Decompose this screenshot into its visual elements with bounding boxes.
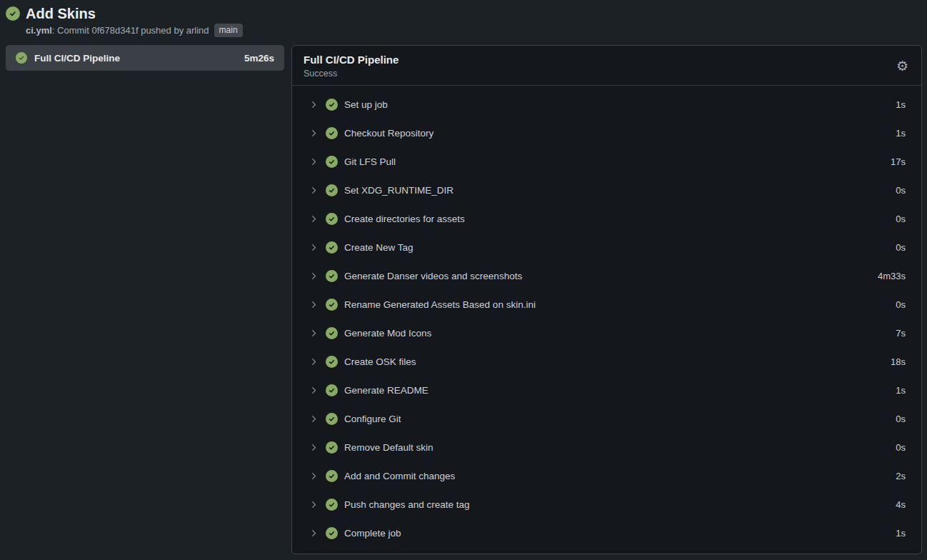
- chevron-right-icon[interactable]: [309, 157, 319, 166]
- step-row[interactable]: Rename Generated Assets Based on skin.in…: [292, 290, 921, 319]
- step-name: Set XDG_RUNTIME_DIR: [344, 185, 454, 196]
- run-header: Add Skins ci.yml: Commit 0f678d341f push…: [0, 0, 927, 37]
- step-success-icon: [326, 156, 338, 168]
- job-panel: Full CI/CD Pipeline Success ⚙ Set up job…: [291, 45, 922, 554]
- step-success-icon: [326, 213, 338, 225]
- step-name: Remove Default skin: [344, 442, 434, 453]
- panel-job-title: Full CI/CD Pipeline: [304, 54, 910, 66]
- step-name: Complete job: [344, 528, 401, 539]
- step-row[interactable]: Configure Git 0s: [292, 404, 921, 433]
- step-success-icon: [326, 441, 338, 454]
- chevron-right-icon[interactable]: [309, 414, 319, 424]
- step-row[interactable]: Set XDG_RUNTIME_DIR 0s: [292, 176, 921, 204]
- step-row[interactable]: Generate Danser videos and screenshots 4…: [292, 261, 921, 290]
- job-name: Full CI/CD Pipeline: [34, 53, 120, 64]
- run-title: Add Skins: [26, 6, 243, 21]
- step-duration: 0s: [896, 299, 906, 310]
- branch-badge[interactable]: main: [214, 24, 243, 37]
- chevron-right-icon[interactable]: [309, 443, 319, 452]
- commit-message: : Commit 0f678d341f pushed by arlind: [52, 25, 209, 36]
- chevron-right-icon[interactable]: [309, 100, 319, 109]
- step-duration: 18s: [891, 356, 906, 367]
- step-duration: 1s: [896, 528, 906, 539]
- chevron-right-icon[interactable]: [309, 271, 319, 281]
- step-row[interactable]: Generate README 1s: [292, 376, 921, 404]
- chevron-right-icon[interactable]: [309, 529, 319, 538]
- chevron-right-icon[interactable]: [309, 186, 319, 195]
- step-duration: 0s: [896, 242, 906, 253]
- chevron-right-icon[interactable]: [309, 243, 319, 252]
- step-duration: 4s: [896, 499, 906, 510]
- step-duration: 2s: [896, 471, 906, 481]
- step-success-icon: [326, 127, 338, 139]
- chevron-right-icon[interactable]: [309, 471, 319, 481]
- step-success-icon: [326, 413, 338, 425]
- step-name: Set up job: [344, 99, 388, 110]
- step-name: Generate README: [344, 385, 429, 396]
- step-success-icon: [326, 327, 338, 339]
- job-panel-header: Full CI/CD Pipeline Success ⚙: [292, 46, 921, 86]
- step-name: Rename Generated Assets Based on skin.in…: [344, 299, 536, 310]
- steps-list: Set up job 1s Checkout Repository 1s G: [292, 86, 921, 551]
- step-duration: 0s: [896, 442, 906, 453]
- step-duration: 0s: [896, 414, 906, 424]
- step-success-icon: [326, 99, 338, 111]
- sidebar-job-full-pipeline[interactable]: Full CI/CD Pipeline 5m26s: [6, 45, 284, 71]
- step-duration: 4m33s: [878, 271, 906, 281]
- step-row[interactable]: Create OSK files 18s: [292, 347, 921, 376]
- commit-line: ci.yml: Commit 0f678d341f pushed by arli…: [26, 24, 243, 37]
- step-success-icon: [326, 241, 338, 254]
- step-row[interactable]: Push changes and create tag 4s: [292, 490, 921, 519]
- panel-job-status: Success: [304, 69, 910, 79]
- step-duration: 1s: [896, 99, 906, 110]
- step-success-icon: [326, 356, 338, 368]
- step-row[interactable]: Remove Default skin 0s: [292, 433, 921, 461]
- step-success-icon: [326, 499, 338, 511]
- step-duration: 1s: [896, 385, 906, 396]
- step-row[interactable]: Checkout Repository 1s: [292, 119, 921, 147]
- chevron-right-icon[interactable]: [309, 329, 319, 338]
- step-name: Generate Danser videos and screenshots: [344, 271, 522, 281]
- step-name: Git LFS Pull: [344, 156, 396, 167]
- step-duration: 0s: [896, 214, 906, 224]
- step-name: Add and Commit changes: [344, 471, 455, 481]
- chevron-right-icon[interactable]: [309, 357, 319, 366]
- step-row[interactable]: Set up job 1s: [292, 90, 921, 119]
- step-success-icon: [326, 384, 338, 396]
- step-success-icon: [326, 470, 338, 482]
- step-success-icon: [326, 270, 338, 282]
- chevron-right-icon[interactable]: [309, 386, 319, 395]
- job-duration: 5m26s: [244, 53, 274, 64]
- jobs-sidebar: Full CI/CD Pipeline 5m26s: [6, 45, 284, 71]
- step-row[interactable]: Complete job 1s: [292, 519, 921, 547]
- chevron-right-icon[interactable]: [309, 129, 319, 138]
- step-name: Push changes and create tag: [344, 499, 470, 510]
- step-row[interactable]: Git LFS Pull 17s: [292, 147, 921, 176]
- step-row[interactable]: Generate Mod Icons 7s: [292, 319, 921, 347]
- step-row[interactable]: Create directories for assets 0s: [292, 204, 921, 233]
- step-name: Configure Git: [344, 414, 401, 424]
- step-row[interactable]: Add and Commit changes 2s: [292, 461, 921, 490]
- step-duration: 17s: [891, 156, 906, 167]
- step-duration: 1s: [896, 128, 906, 139]
- chevron-right-icon[interactable]: [309, 500, 319, 509]
- step-name: Create OSK files: [344, 356, 416, 367]
- step-row[interactable]: Create New Tag 0s: [292, 233, 921, 261]
- job-success-icon: [16, 52, 27, 64]
- step-success-icon: [326, 184, 338, 196]
- step-success-icon: [326, 299, 338, 311]
- step-name: Create directories for assets: [344, 214, 465, 224]
- chevron-right-icon[interactable]: [309, 214, 319, 224]
- step-name: Checkout Repository: [344, 128, 434, 139]
- step-name: Create New Tag: [344, 242, 414, 253]
- step-success-icon: [326, 527, 338, 539]
- run-success-icon: [6, 6, 20, 21]
- step-duration: 0s: [896, 185, 906, 196]
- chevron-right-icon[interactable]: [309, 300, 319, 309]
- content-area: Full CI/CD Pipeline 5m26s Full CI/CD Pip…: [0, 37, 927, 554]
- gear-icon[interactable]: ⚙: [896, 59, 908, 72]
- step-name: Generate Mod Icons: [344, 328, 431, 339]
- workflow-file-label: ci.yml: [26, 25, 52, 36]
- step-duration: 7s: [896, 328, 906, 339]
